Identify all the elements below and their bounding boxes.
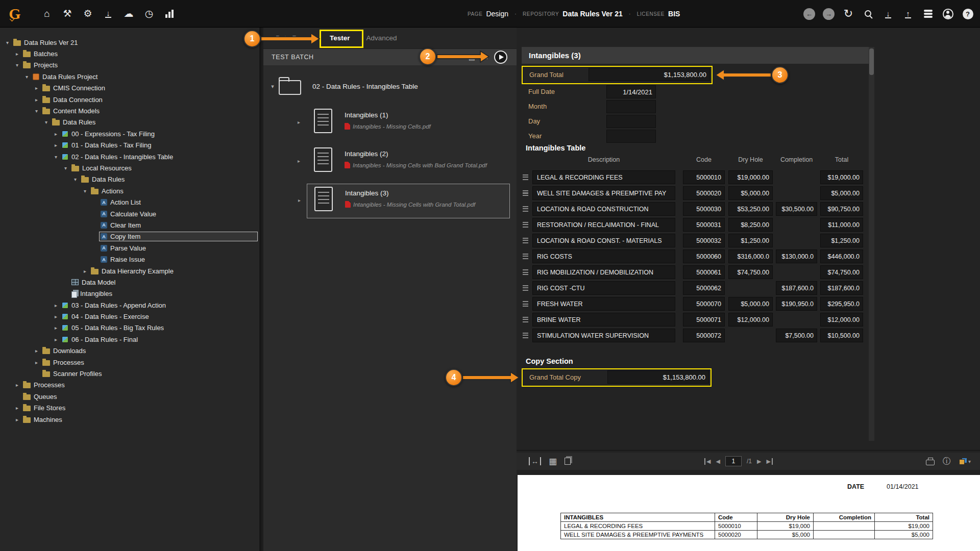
tree-item-data-connection[interactable]: ▸Data Connection	[0, 94, 259, 105]
collapse-icon[interactable]: ▾	[32, 108, 41, 114]
collapse-icon[interactable]: ▾	[22, 74, 31, 80]
cell-desc[interactable]: STIMULATION WATER SUPERVISION	[532, 329, 675, 342]
cell-dry[interactable]: $53,250.00	[728, 202, 773, 216]
download-icon[interactable]: ↓	[885, 10, 891, 18]
expand-icon[interactable]: ▸	[52, 314, 60, 319]
expand-icon[interactable]: ▸	[52, 303, 60, 308]
expand-icon[interactable]: ▸	[52, 131, 60, 137]
tree-item-data-model[interactable]: Data Model	[0, 277, 259, 288]
cell-dry[interactable]: $1,250.00	[728, 234, 773, 247]
tree-item-projects[interactable]: ▾Projects	[0, 60, 259, 71]
tree-item-downloads[interactable]: ▸Downloads	[0, 345, 259, 357]
cell-dry[interactable]: $5,000.00	[728, 186, 773, 200]
cell-desc[interactable]: RIG COST -CTU	[532, 281, 675, 295]
row-handle-icon[interactable]	[523, 238, 528, 243]
cell-code[interactable]: 5000010	[683, 170, 725, 184]
cell-total[interactable]: $446,000.0	[820, 249, 863, 263]
row-handle-icon[interactable]	[523, 301, 528, 307]
user-account-icon[interactable]	[943, 9, 953, 19]
expand-icon[interactable]: ▸	[32, 97, 41, 103]
back-icon[interactable]: ←	[803, 8, 815, 20]
cell-desc[interactable]: RIG MOBILIZATION / DEMOBILIZATION	[532, 265, 675, 279]
cell-code[interactable]: 5000020	[683, 186, 725, 200]
expand-icon[interactable]: ▸	[32, 85, 41, 91]
cell-code[interactable]: 5000070	[683, 297, 725, 311]
tree-item-action-list[interactable]: AAction List	[0, 196, 259, 208]
tree-item-copy-item[interactable]: ACopy Item	[0, 231, 259, 242]
row-handle-icon[interactable]	[523, 254, 528, 259]
row-handle-icon[interactable]	[523, 285, 528, 291]
expand-icon[interactable]: ▸	[52, 325, 60, 331]
collapse-icon[interactable]: ▾	[266, 83, 279, 90]
cell-total[interactable]: $90,750.00	[820, 202, 863, 216]
previous-page-icon[interactable]: ◀	[716, 458, 720, 465]
cell-dry[interactable]: $19,000.00	[728, 170, 773, 184]
field-input[interactable]: 1/14/2021	[606, 85, 656, 98]
collapse-icon[interactable]: ▾	[61, 165, 70, 171]
tree-item-03-data-rules-append-action[interactable]: ▸03 - Data Rules - Append Action	[0, 299, 259, 311]
test-document-item[interactable]: ▸Intangibles (1)Intangibles - Missing Ce…	[307, 106, 510, 141]
cell-comp[interactable]: $130,000.0	[776, 249, 817, 263]
cell-code[interactable]: 5000032	[683, 234, 725, 247]
search-icon[interactable]	[863, 9, 873, 19]
tree-item-data-rules[interactable]: ▾Data Rules	[0, 174, 259, 185]
scrollbar-thumb[interactable]	[869, 48, 874, 75]
cell-code[interactable]: 5000031	[683, 218, 725, 232]
print-icon[interactable]	[926, 460, 935, 465]
row-handle-icon[interactable]	[523, 269, 528, 275]
cell-dry[interactable]: $12,000.00	[728, 313, 773, 327]
collapse-icon[interactable]: ▾	[81, 188, 89, 194]
grand-total-copy-input[interactable]: $1,153,800.00	[607, 370, 709, 384]
tab-advanced[interactable]: Advanced	[358, 30, 405, 46]
tree-item-02-data-rules-intangibles-table[interactable]: ▾02 - Data Rules - Intangibles Table	[0, 151, 259, 162]
pages-icon[interactable]	[565, 458, 571, 465]
cell-desc[interactable]: LEGAL & RECORDING FEES	[532, 170, 675, 184]
cell-comp[interactable]: $190,950.0	[776, 297, 817, 311]
cell-total[interactable]: $74,750.00	[820, 265, 863, 279]
collapse-icon[interactable]: ▾	[3, 40, 12, 45]
expand-icon[interactable]: ▸	[13, 51, 21, 57]
batch-folder-row[interactable]: ▾ 02 - Data Rules - Intangibles Table	[263, 78, 418, 95]
first-page-icon[interactable]: ◀	[704, 458, 710, 465]
fit-width-icon[interactable]: ↔	[529, 457, 541, 465]
tree-item-file-stores[interactable]: ▸File Stores	[0, 403, 259, 414]
expand-icon[interactable]: ▸	[32, 348, 41, 354]
row-handle-icon[interactable]	[523, 333, 528, 338]
field-input[interactable]	[606, 130, 656, 143]
cell-code[interactable]: 5000061	[683, 265, 725, 279]
page-number-input[interactable]: 1	[725, 456, 742, 466]
cell-desc[interactable]: RIG COSTS	[532, 249, 675, 263]
tree-item-cmis-connection[interactable]: ▸CMIS Connection	[0, 83, 259, 94]
last-page-icon[interactable]: ▶	[766, 458, 772, 465]
tree-item-calculate-value[interactable]: ACalculate Value	[0, 208, 259, 219]
tab-data-rule[interactable]: Data R	[268, 30, 301, 46]
run-test-button[interactable]	[494, 51, 507, 64]
forward-icon[interactable]: →	[823, 8, 835, 20]
cell-desc[interactable]: FRESH WATER	[532, 297, 675, 311]
cell-total[interactable]: $295,950.0	[820, 297, 863, 311]
settings-gear-icon[interactable]: ⚙	[82, 7, 94, 20]
submit-batch-icon[interactable]: ⇥	[482, 53, 488, 61]
tree-item-queues[interactable]: Queues	[0, 391, 259, 402]
tree-item-04-data-rules-exercise[interactable]: ▸04 - Data Rules - Exercise	[0, 311, 259, 322]
upload-icon[interactable]: ↑	[905, 10, 911, 18]
batch-panel-icon[interactable]: ▤	[469, 53, 476, 61]
help-icon[interactable]: ?	[963, 9, 973, 19]
home-icon[interactable]: ⌂	[41, 7, 53, 20]
tree-item-raise-issue[interactable]: ARaise Issue	[0, 254, 259, 265]
vertical-scrollbar[interactable]	[869, 47, 874, 441]
tree-item-processes[interactable]: ▸Processes	[0, 380, 259, 391]
cell-total[interactable]: $187,600.0	[820, 281, 863, 295]
field-input[interactable]	[606, 100, 656, 113]
page-value[interactable]: Design	[486, 10, 508, 18]
cell-desc[interactable]: BRINE WATER	[532, 313, 675, 327]
row-handle-icon[interactable]	[523, 190, 528, 196]
expand-icon[interactable]: ▸	[298, 158, 300, 164]
expand-icon[interactable]: ▸	[298, 119, 300, 125]
stats-chart-icon[interactable]	[165, 10, 174, 18]
tree-item-actions[interactable]: ▾Actions	[0, 185, 259, 196]
layers-icon[interactable]	[959, 458, 967, 465]
cell-comp[interactable]: $187,600.0	[776, 281, 817, 295]
repository-value[interactable]: Data Rules Ver 21	[562, 10, 623, 18]
tree-item-clear-item[interactable]: AClear Item	[0, 219, 259, 231]
